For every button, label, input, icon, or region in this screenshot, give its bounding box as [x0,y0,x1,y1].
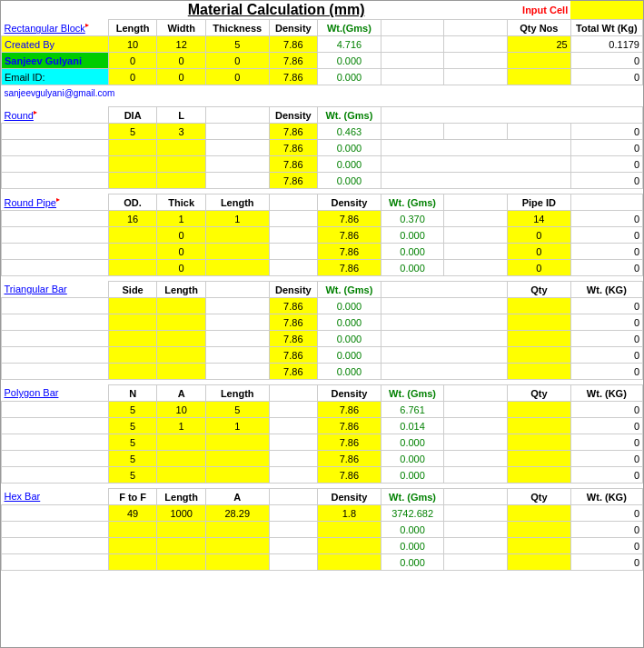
tri-r5-side[interactable] [108,364,157,380]
hex-r1-ftof[interactable]: 49 [108,505,157,522]
rp-r2-length[interactable] [205,227,269,244]
rp-r1-thick[interactable]: 1 [157,211,206,227]
hex-r2-length[interactable] [157,522,206,538]
round-r2-density[interactable]: 7.86 [269,140,318,156]
poly-r1-n[interactable]: 5 [108,402,157,418]
tri-r2-side[interactable] [108,314,157,331]
poly-r2-a[interactable]: 1 [157,418,206,434]
round-r4-dia[interactable] [108,173,157,189]
polygon-label[interactable]: Polygon Bar [2,385,109,402]
rectangular-label[interactable]: Rectangular Block▸ [2,20,109,36]
round-r3-density[interactable]: 7.86 [269,156,318,173]
hex-r3-ftof[interactable] [108,538,157,554]
tri-r1-length[interactable] [157,298,206,314]
rp-r1-od[interactable]: 16 [108,211,157,227]
tri-r5-density[interactable]: 7.86 [269,364,318,380]
rp-r2-thick[interactable]: 0 [157,227,206,244]
round-r2-l[interactable] [157,140,206,156]
rp-r3-density[interactable]: 7.86 [318,244,381,260]
round-label[interactable]: Round▸ [2,107,109,124]
tri-r1-qty[interactable] [508,298,571,314]
rect-r1-width[interactable]: 12 [157,36,206,53]
poly-r2-density[interactable]: 7.86 [318,418,381,434]
round-r4-l[interactable] [157,173,206,189]
tri-r1-density[interactable]: 7.86 [269,298,318,314]
hex-r2-qty[interactable] [508,522,571,538]
round-r3-l[interactable] [157,156,206,173]
round-r3-dia[interactable] [108,156,157,173]
tri-r4-length[interactable] [157,347,206,364]
rect-r2-length[interactable]: 0 [108,53,157,69]
poly-r3-n[interactable]: 5 [108,434,157,451]
tri-r3-length[interactable] [157,331,206,347]
poly-r4-length[interactable] [205,451,269,467]
poly-r1-length[interactable]: 5 [205,402,269,418]
round-r4-density[interactable]: 7.86 [269,173,318,189]
rect-r3-length[interactable]: 0 [108,69,157,85]
hex-r4-length[interactable] [157,554,206,571]
hex-r3-length[interactable] [157,538,206,554]
rect-r2-width[interactable]: 0 [157,53,206,69]
hex-r4-density[interactable] [318,554,381,571]
rect-r3-qty[interactable] [508,69,571,85]
rp-r1-length[interactable]: 1 [205,211,269,227]
rect-r3-density[interactable]: 7.86 [269,69,318,85]
hex-r1-density[interactable]: 1.8 [318,505,381,522]
poly-r2-length[interactable]: 1 [205,418,269,434]
rp-r4-od[interactable] [108,260,157,276]
hex-r4-qty[interactable] [508,554,571,571]
rp-r3-od[interactable] [108,244,157,260]
tri-r2-length[interactable] [157,314,206,331]
rp-r4-density[interactable]: 7.86 [318,260,381,276]
tri-r3-qty[interactable] [508,331,571,347]
hex-r1-length[interactable]: 1000 [157,505,206,522]
round-r2-dia[interactable] [108,140,157,156]
rect-r1-thickness[interactable]: 5 [205,36,269,53]
poly-r3-qty[interactable] [508,434,571,451]
tri-r4-side[interactable] [108,347,157,364]
tri-r4-density[interactable]: 7.86 [269,347,318,364]
tri-r5-length[interactable] [157,364,206,380]
rect-r2-qty[interactable] [508,53,571,69]
hex-r2-density[interactable] [318,522,381,538]
poly-r4-density[interactable]: 7.86 [318,451,381,467]
rp-r3-length[interactable] [205,244,269,260]
tri-r1-side[interactable] [108,298,157,314]
email-value[interactable]: sanjeevgulyani@gmail.com [2,85,157,102]
poly-r5-density[interactable]: 7.86 [318,467,381,484]
hex-label[interactable]: Hex Bar [2,489,109,505]
tri-r3-side[interactable] [108,331,157,347]
poly-r4-qty[interactable] [508,451,571,467]
rect-r1-qty[interactable]: 25 [508,36,571,53]
rp-r2-density[interactable]: 7.86 [318,227,381,244]
hex-r2-ftof[interactable] [108,522,157,538]
round-r1-dia[interactable]: 5 [108,124,157,140]
tri-r4-qty[interactable] [508,347,571,364]
rect-r2-thickness[interactable]: 0 [205,53,269,69]
poly-r4-a[interactable] [157,451,206,467]
rp-r3-thick[interactable]: 0 [157,244,206,260]
poly-r4-n[interactable]: 5 [108,451,157,467]
rect-r3-thickness[interactable]: 0 [205,69,269,85]
roundpipe-label[interactable]: Round Pipe▸ [2,194,109,211]
round-r1-density[interactable]: 7.86 [269,124,318,140]
poly-r3-density[interactable]: 7.86 [318,434,381,451]
poly-r5-a[interactable] [157,467,206,484]
poly-r1-qty[interactable] [508,402,571,418]
poly-r2-qty[interactable] [508,418,571,434]
rp-r1-density[interactable]: 7.86 [318,211,381,227]
rect-r2-density[interactable]: 7.86 [269,53,318,69]
poly-r1-a[interactable]: 10 [157,402,206,418]
hex-r1-qty[interactable] [508,505,571,522]
rect-r3-width[interactable]: 0 [157,69,206,85]
hex-r3-qty[interactable] [508,538,571,554]
rect-r1-length[interactable]: 10 [108,36,157,53]
rp-r2-od[interactable] [108,227,157,244]
hex-r4-ftof[interactable] [108,554,157,571]
poly-r1-density[interactable]: 7.86 [318,402,381,418]
poly-r5-qty[interactable] [508,467,571,484]
poly-r5-length[interactable] [205,467,269,484]
tri-r3-density[interactable]: 7.86 [269,331,318,347]
tri-r5-qty[interactable] [508,364,571,380]
rp-r4-length[interactable] [205,260,269,276]
